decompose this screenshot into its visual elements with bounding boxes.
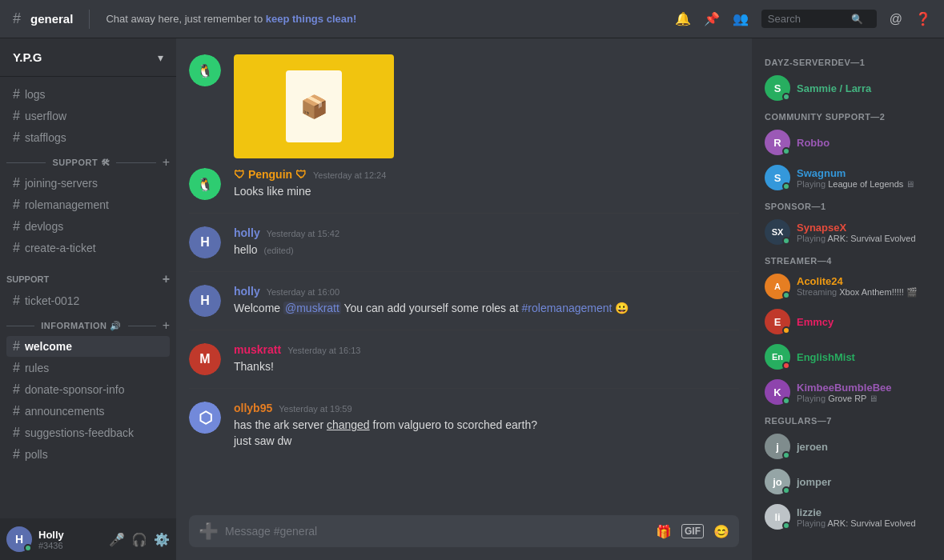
members-icon[interactable]: 👥 <box>733 11 749 26</box>
sidebar-item-logs[interactable]: # logs <box>6 84 170 105</box>
at-icon[interactable]: @ <box>890 12 902 26</box>
message-author-penguin: 🛡 Penguin 🛡 <box>234 168 307 181</box>
avatar-img-penguin: 🐧 <box>189 54 221 86</box>
message-input[interactable] <box>225 515 656 547</box>
gift-icon[interactable]: 🎁 <box>656 524 672 539</box>
hash-icon: # <box>13 241 20 255</box>
member-item-jeroen[interactable]: j jeroen <box>758 429 938 464</box>
sidebar-item-ticket-0012[interactable]: # ticket-0012 <box>6 290 170 311</box>
search-icon: 🔍 <box>851 14 863 25</box>
message-timestamp-holly-1: Yesterday at 15:42 <box>267 229 339 238</box>
member-status-dot-swagnum <box>782 182 790 190</box>
sidebar-item-announcements[interactable]: # announcements <box>6 401 170 422</box>
chat-area: 🐧 📦 🐧 <box>176 38 752 560</box>
user-avatar: H <box>6 526 32 552</box>
information-section-label: INFORMATION 🔊 <box>41 321 121 331</box>
member-item-sammie[interactable]: S Sammie / Larra <box>758 70 938 106</box>
avatar-img-ollyb95: ⬡ <box>189 402 221 434</box>
avatar-penguin: 🐧 <box>189 54 221 86</box>
message-timestamp-ollyb95: Yesterday at 19:59 <box>279 404 351 414</box>
member-status-dot-robbo <box>782 147 790 155</box>
channel-label: ticket-0012 <box>25 294 79 307</box>
channel-label: welcome <box>25 340 72 353</box>
member-name-lizzie: lizzie <box>797 506 931 518</box>
support-section: SUPPORT 🛠 + # joining-servers # rolemana… <box>0 149 176 259</box>
member-avatar-swagnum: S <box>765 165 790 190</box>
message-header-muskratt: muskratt Yesterday at 16:13 <box>234 343 739 356</box>
pin-icon[interactable]: 📌 <box>704 11 720 26</box>
image-inner: 📦 <box>286 70 342 142</box>
support-add-icon[interactable]: + <box>163 155 170 170</box>
server-header[interactable]: Y.P.G ▾ <box>0 38 176 77</box>
user-info: Holly #3436 <box>38 529 102 550</box>
emoji-icon[interactable]: 😊 <box>713 524 729 539</box>
sidebar: Y.P.G ▾ # logs # userflow # stafflogs SU… <box>0 38 176 560</box>
settings-icon[interactable]: ⚙️ <box>154 532 170 547</box>
sidebar-item-welcome[interactable]: # welcome <box>6 336 170 357</box>
message-author-muskratt: muskratt <box>234 343 281 356</box>
member-item-synapsex[interactable]: SX SynapseX Playing ARK: Survival Evolve… <box>758 214 938 250</box>
member-item-englishmist[interactable]: En EnglishMist <box>758 339 938 374</box>
message-content-penguin-image: 📦 <box>234 54 739 162</box>
hash-icon: # <box>13 176 20 190</box>
user-tag: #3436 <box>38 541 102 550</box>
information-add-icon[interactable]: + <box>163 318 170 333</box>
hash-icon: # <box>13 361 20 375</box>
avatar-holly-1: H <box>189 226 221 258</box>
sidebar-item-rules[interactable]: # rules <box>6 358 170 378</box>
member-status-dot-kimbeebumblebee <box>782 397 790 405</box>
microphone-icon[interactable]: 🎤 <box>109 532 125 547</box>
sidebar-item-polls[interactable]: # polls <box>6 444 170 465</box>
search-box[interactable]: 🔍 <box>761 10 877 28</box>
message-timestamp-holly-2: Yesterday at 16:00 <box>267 287 339 297</box>
user-name: Holly <box>38 529 102 541</box>
channel-label: polls <box>25 448 48 461</box>
member-avatar-jeroen: j <box>765 434 790 459</box>
member-avatar-englishmist: En <box>765 344 790 370</box>
member-avatar-kimbeebumblebee: K <box>765 379 790 405</box>
message-group-ollyb95: ⬡ ollyb95 Yesterday at 19:59 has the ark… <box>176 398 752 452</box>
avatar-muskratt: M <box>189 343 221 375</box>
add-attachment-icon[interactable]: ➕ <box>199 522 219 541</box>
support-channels: # joining-servers # rolemanagement # dev… <box>0 173 176 258</box>
sidebar-item-rolemanagement[interactable]: # rolemanagement <box>6 194 170 215</box>
sidebar-item-create-a-ticket[interactable]: # create-a-ticket <box>6 238 170 258</box>
member-avatar-lizzie: li <box>765 504 790 530</box>
member-item-swagnum[interactable]: S Swagnum Playing League of Legends 🖥 <box>758 160 938 195</box>
user-initials: H <box>15 533 23 546</box>
help-icon[interactable]: ❓ <box>915 11 931 26</box>
member-name-sammie: Sammie / Larra <box>797 82 931 94</box>
member-item-jomper[interactable]: jo jomper <box>758 464 938 499</box>
support2-section-label: SUPPORT + <box>0 259 176 290</box>
member-item-robbo[interactable]: R Robbo <box>758 125 938 160</box>
sidebar-item-stafflogs[interactable]: # stafflogs <box>6 127 170 148</box>
member-item-acolite24[interactable]: A Acolite24 Streaming Xbox Anthem!!!!! 🎬 <box>758 269 938 304</box>
sidebar-item-userflow[interactable]: # userflow <box>6 106 170 126</box>
channel-label: create-a-ticket <box>25 242 96 254</box>
member-name-emmcy: Emmcy <box>797 316 931 328</box>
server-name: Y.P.G <box>13 50 42 64</box>
channel-label: rolemanagement <box>25 198 109 211</box>
member-status-dot-synapsex <box>782 237 790 245</box>
member-item-kimbeebumblebee[interactable]: K KimbeeBumbleBee Playing Grove RP 🖥 <box>758 374 938 410</box>
member-item-emmcy[interactable]: E Emmcy <box>758 304 938 339</box>
channel-link-rolemanagement[interactable]: #rolemanagement <box>522 302 613 314</box>
user-icons: 🎤 🎧 ⚙️ <box>109 532 170 547</box>
member-status-dot-acolite24 <box>782 291 790 299</box>
support2-add-icon[interactable]: + <box>163 272 170 286</box>
member-info-englishmist: EnglishMist <box>797 351 931 363</box>
member-item-lizzie[interactable]: li lizzie Playing ARK: Survival Evolved <box>758 499 938 534</box>
chat-input-wrapper: ➕ 🎁 GIF 😊 <box>189 515 739 547</box>
sidebar-item-suggestions-feedback[interactable]: # suggestions-feedback <box>6 422 170 443</box>
member-status-dot-sammie <box>782 93 790 101</box>
sidebar-item-devlogs[interactable]: # devlogs <box>6 216 170 237</box>
bell-icon[interactable]: 🔔 <box>675 11 691 26</box>
hash-icon: # <box>13 198 20 212</box>
channel-label: logs <box>25 88 46 101</box>
search-input[interactable] <box>768 13 848 25</box>
headphones-icon[interactable]: 🎧 <box>131 532 147 547</box>
sidebar-item-joining-servers[interactable]: # joining-servers <box>6 173 170 194</box>
sidebar-item-donate-sponsor-info[interactable]: # donate-sponsor-info <box>6 379 170 400</box>
gif-icon[interactable]: GIF <box>681 524 704 538</box>
message-content-holly-1: holly Yesterday at 15:42 hello (edited) <box>234 226 739 258</box>
